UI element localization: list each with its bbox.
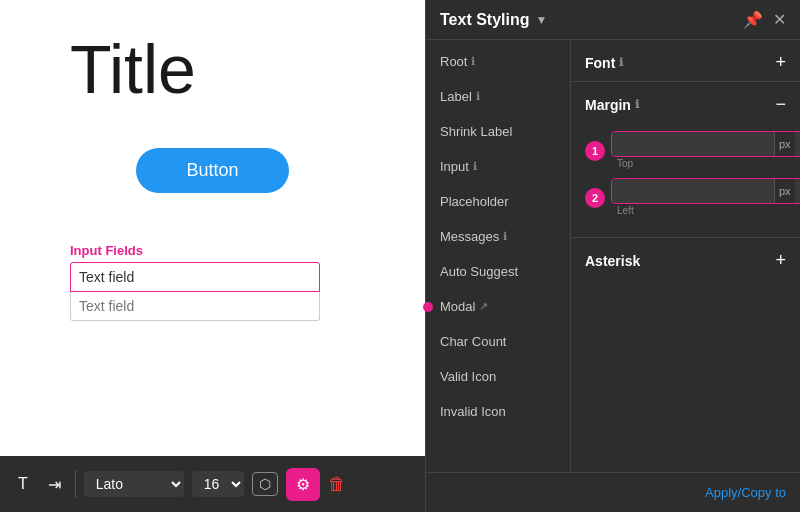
- external-link-icon: ↗: [479, 300, 488, 313]
- toolbar-divider: [75, 470, 76, 498]
- t-icon: T: [18, 475, 28, 493]
- asterisk-section: Asterisk +: [571, 238, 800, 283]
- input-fields-section: Input Fields: [0, 243, 425, 321]
- text-input-2[interactable]: [70, 292, 320, 321]
- font-info-icon: ℹ: [619, 56, 623, 69]
- info-icon: ℹ: [473, 160, 477, 173]
- margin-bottom-input[interactable]: [795, 132, 800, 156]
- panel-body: Root ℹ Label ℹ Shrink Label Input ℹ Plac…: [426, 40, 800, 472]
- trash-icon: 🗑: [328, 474, 346, 495]
- page-title: Title: [0, 30, 196, 108]
- nav-item-valid-icon[interactable]: Valid Icon: [426, 359, 570, 394]
- margin-info-icon: ℹ: [635, 98, 639, 111]
- size-select[interactable]: 16: [192, 471, 244, 497]
- info-icon: ℹ: [503, 230, 507, 243]
- input-wrapper: [70, 292, 425, 321]
- gear-button[interactable]: ⚙: [286, 468, 320, 501]
- nav-item-root[interactable]: Root ℹ: [426, 44, 570, 79]
- bottom-toolbar: T ⇥ Lato 16 ⬡ ⚙ 🗑: [0, 456, 425, 512]
- nav-item-shrink-label[interactable]: Shrink Label: [426, 114, 570, 149]
- nav-item-input[interactable]: Input ℹ: [426, 149, 570, 184]
- margin-left-input[interactable]: [612, 179, 775, 203]
- info-icon: ℹ: [471, 55, 475, 68]
- info-icon: ℹ: [476, 90, 480, 103]
- apply-copy-text[interactable]: Apply/Copy to: [705, 485, 786, 500]
- margin-section-title: Margin ℹ: [585, 97, 639, 113]
- panel-title-text: Text Styling: [440, 11, 530, 29]
- margin-top-bottom-inputs: px px: [612, 132, 800, 156]
- nav-item-messages[interactable]: Messages ℹ: [426, 219, 570, 254]
- font-section-header: Font ℹ +: [571, 40, 800, 81]
- panel-content: Font ℹ + Margin ℹ −: [571, 40, 800, 472]
- gear-icon: ⚙: [296, 475, 310, 494]
- margin-section: Margin ℹ − 1 px: [571, 82, 800, 238]
- font-section: Font ℹ +: [571, 40, 800, 82]
- input-dot: [423, 302, 433, 312]
- nav-item-char-count[interactable]: Char Count: [426, 324, 570, 359]
- input-fields-label: Input Fields: [70, 243, 425, 258]
- nav-item-modal[interactable]: Modal ↗: [426, 289, 570, 324]
- margin-left-right-group: px px: [611, 178, 800, 204]
- margin-left-right-inputs: px px: [612, 179, 800, 203]
- text-style-button[interactable]: T: [12, 471, 34, 497]
- margin-top-unit: px: [775, 138, 795, 150]
- margin-top-bottom-labels: Top Bottom: [611, 157, 800, 170]
- close-icon-button[interactable]: ✕: [773, 10, 786, 29]
- main-button[interactable]: Button: [136, 148, 288, 193]
- margin-group-2: px px Left Right: [611, 178, 800, 217]
- font-add-button[interactable]: +: [775, 52, 786, 73]
- margin-row-1: 1 px px Top: [585, 131, 786, 170]
- nav-item-auto-suggest[interactable]: Auto Suggest: [426, 254, 570, 289]
- chevron-down-icon: ▼: [536, 13, 548, 27]
- margin-left-right-labels: Left Right: [611, 204, 800, 217]
- pin-icon-button[interactable]: 📌: [743, 10, 763, 29]
- panel-header: Text Styling ▼ 📌 ✕: [426, 0, 800, 40]
- margin-left-unit: px: [775, 185, 795, 197]
- font-section-title: Font ℹ: [585, 55, 623, 71]
- margin-number-1: 1: [585, 141, 605, 161]
- left-panel: Title Button Input Fields T ⇥ Lato 16 ⬡ …: [0, 0, 425, 512]
- text-input-1[interactable]: [70, 262, 320, 292]
- external-button[interactable]: ⬡: [252, 472, 278, 496]
- panel-nav: Root ℹ Label ℹ Shrink Label Input ℹ Plac…: [426, 40, 571, 472]
- asterisk-title: Asterisk: [585, 253, 640, 269]
- margin-row-2: 2 px px Left: [585, 178, 786, 217]
- trash-button[interactable]: 🗑: [328, 474, 346, 495]
- margin-section-header: Margin ℹ −: [571, 82, 800, 123]
- nav-item-placeholder[interactable]: Placeholder: [426, 184, 570, 219]
- align-icon: ⇥: [48, 475, 61, 494]
- panel-title: Text Styling ▼: [440, 11, 547, 29]
- align-button[interactable]: ⇥: [42, 471, 67, 498]
- nav-item-invalid-icon[interactable]: Invalid Icon: [426, 394, 570, 429]
- top-label: Top: [617, 158, 633, 169]
- panel-header-icons: 📌 ✕: [743, 10, 786, 29]
- external-icon: ⬡: [259, 476, 271, 492]
- apply-bar: Apply/Copy to: [426, 472, 800, 512]
- margin-number-2: 2: [585, 188, 605, 208]
- right-panel: Text Styling ▼ 📌 ✕ Root ℹ Label ℹ Shrink…: [425, 0, 800, 512]
- margin-inputs: 1 px px Top: [571, 123, 800, 237]
- asterisk-add-button[interactable]: +: [775, 250, 786, 271]
- margin-top-input[interactable]: [612, 132, 775, 156]
- left-label: Left: [617, 205, 634, 216]
- nav-item-label[interactable]: Label ℹ: [426, 79, 570, 114]
- margin-top-bottom-group: px px: [611, 131, 800, 157]
- margin-collapse-button[interactable]: −: [775, 94, 786, 115]
- margin-group-1: px px Top Bottom: [611, 131, 800, 170]
- margin-right-input[interactable]: [795, 179, 800, 203]
- font-select[interactable]: Lato: [84, 471, 184, 497]
